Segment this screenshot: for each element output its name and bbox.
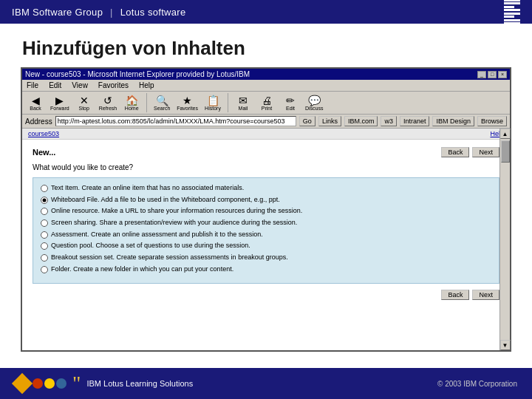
footer-diamond-icon: [12, 373, 33, 394]
scroll-thumb[interactable]: [501, 140, 510, 163]
home-toolbar-button[interactable]: 🏠 Home: [121, 95, 142, 112]
browser-title-text: New - course503 - Microsoft Internet Exp…: [25, 70, 250, 78]
footer: " IBM Lotus Learning Solutions © 2003 IB…: [0, 368, 532, 399]
footer-copyright: © 2003 IBM Corporation: [437, 380, 517, 388]
option-screen-sharing-label: Screen sharing. Share a presentation/rev…: [51, 219, 297, 228]
menu-view[interactable]: View: [70, 81, 89, 90]
toolbar-separator-2: [228, 93, 228, 112]
address-go-button[interactable]: Go: [299, 116, 316, 126]
list-item: Question pool. Choose a set of questions…: [41, 242, 491, 250]
browser-toolbar: ◀ Back ▶ Forward ✕ Stop ↺ Refresh 🏠 Home…: [22, 92, 510, 115]
search-toolbar-button[interactable]: 🔍 Search: [151, 95, 172, 112]
radio-folder[interactable]: [41, 266, 48, 273]
option-assessment-label: Assessment. Create an online assessment …: [51, 231, 263, 239]
refresh-toolbar-button[interactable]: ↺ Refresh: [98, 95, 119, 112]
forward-toolbar-button[interactable]: ▶ Forward: [49, 95, 71, 112]
ibm-design-link[interactable]: IBM Design: [432, 116, 474, 126]
list-item: Text Item. Create an online item that ha…: [41, 184, 491, 193]
stop-toolbar-button[interactable]: ✕ Stop: [74, 95, 95, 112]
section-title: New...: [33, 148, 55, 157]
radio-online-resource[interactable]: [41, 208, 48, 215]
browse-link[interactable]: Browse: [477, 116, 507, 126]
course-path-bar: course503 Help: [22, 129, 510, 140]
page-title: Hinzufügen von Inhalten: [22, 37, 510, 60]
radio-question-pool[interactable]: [41, 242, 48, 250]
favorites-toolbar-button[interactable]: ★ Favorites: [175, 95, 200, 112]
mail-toolbar-button[interactable]: ✉ Mail: [233, 95, 253, 112]
bottom-nav-buttons: Back Next: [33, 290, 499, 300]
top-back-button[interactable]: Back: [441, 147, 469, 157]
list-item: Online resource. Make a URL to share you…: [41, 207, 491, 216]
radio-whiteboard-file[interactable]: [41, 197, 48, 204]
header-bar: IBM Software Group | Lotus software: [0, 0, 532, 24]
top-nav-buttons: Back Next: [441, 147, 499, 157]
bottom-back-button[interactable]: Back: [441, 290, 469, 300]
top-next-button[interactable]: Next: [472, 147, 499, 157]
header-title: IBM Software Group | Lotus software: [12, 7, 185, 18]
list-item: Breakout session set. Create separate se…: [41, 253, 491, 262]
menu-help[interactable]: Help: [137, 81, 156, 90]
option-breakout-session-label: Breakout session set. Create separate se…: [51, 253, 288, 262]
list-item: Whiteboard File. Add a file to be used i…: [41, 196, 491, 205]
address-label: Address: [25, 117, 52, 126]
maximize-button[interactable]: □: [488, 71, 497, 78]
footer-brand-text: IBM Lotus Learning Solutions: [86, 379, 193, 388]
course-path-link[interactable]: course503: [28, 130, 59, 137]
new-item-header: New... Back Next: [33, 147, 499, 157]
options-container: Text Item. Create an online item that ha…: [33, 177, 499, 284]
menu-file[interactable]: File: [25, 81, 40, 90]
discuss-toolbar-button[interactable]: 💬 Discuss: [304, 95, 325, 112]
minimize-button[interactable]: _: [477, 71, 486, 78]
quote-icon: ": [72, 373, 81, 394]
browser-titlebar: New - course503 - Microsoft Internet Exp…: [22, 69, 510, 80]
back-toolbar-button[interactable]: ◀ Back: [25, 95, 46, 112]
edit-toolbar-button[interactable]: ✏ Edit: [280, 95, 301, 112]
question-text: What would you like to create?: [33, 163, 499, 171]
radio-breakout-session[interactable]: [41, 254, 48, 262]
browser-menubar: File Edit View Favorites Help: [22, 80, 510, 92]
list-item: Assessment. Create an online assessment …: [41, 231, 491, 239]
scroll-up-button[interactable]: ▲: [500, 129, 511, 139]
toolbar-separator: [146, 93, 147, 112]
print-toolbar-button[interactable]: 🖨 Print: [256, 95, 277, 112]
links-label: Links: [318, 116, 341, 126]
radio-text-item[interactable]: [41, 185, 48, 192]
address-bar: Address Go Links IBM.com w3 Intranet IBM…: [22, 115, 510, 129]
bottom-next-button[interactable]: Next: [472, 290, 499, 300]
address-input[interactable]: [55, 116, 296, 126]
list-item: Screen sharing. Share a presentation/rev…: [41, 219, 491, 228]
option-folder-label: Folder. Create a new folder in which you…: [51, 265, 233, 274]
footer-left: " IBM Lotus Learning Solutions: [15, 373, 193, 394]
menu-edit[interactable]: Edit: [47, 81, 63, 90]
page-heading-area: Hinzufügen von Inhalten: [0, 24, 532, 67]
close-button[interactable]: ×: [498, 71, 507, 78]
option-question-pool-label: Question pool. Choose a set of questions…: [51, 242, 250, 250]
browser-window: New - course503 - Microsoft Internet Exp…: [21, 67, 511, 352]
option-text-item-label: Text Item. Create an online item that ha…: [51, 184, 244, 193]
list-item: Folder. Create a new folder in which you…: [41, 265, 491, 274]
radio-assessment[interactable]: [41, 231, 48, 239]
scrollbar: ▲ ▼: [499, 129, 510, 350]
window-controls: _ □ ×: [477, 71, 507, 78]
ibm-logo: [504, 0, 520, 24]
option-online-resource-label: Online resource. Make a URL to share you…: [51, 207, 302, 216]
footer-logo: [15, 376, 66, 391]
option-whiteboard-file-label: Whiteboard File. Add a file to be used i…: [51, 196, 280, 205]
content-panel: New... Back Next What would you like to …: [22, 140, 510, 307]
scroll-down-button[interactable]: ▼: [500, 340, 511, 350]
w3-link[interactable]: w3: [381, 116, 397, 126]
ibm-com-link[interactable]: IBM.com: [344, 116, 378, 126]
menu-favorites[interactable]: Favorites: [97, 81, 130, 90]
radio-screen-sharing[interactable]: [41, 219, 48, 227]
footer-circles-icon: [33, 378, 66, 389]
history-toolbar-button[interactable]: 📋 History: [202, 95, 223, 112]
browser-content: course503 Help New... Back Next What wou…: [22, 129, 510, 350]
intranet-link[interactable]: Intranet: [400, 116, 430, 126]
